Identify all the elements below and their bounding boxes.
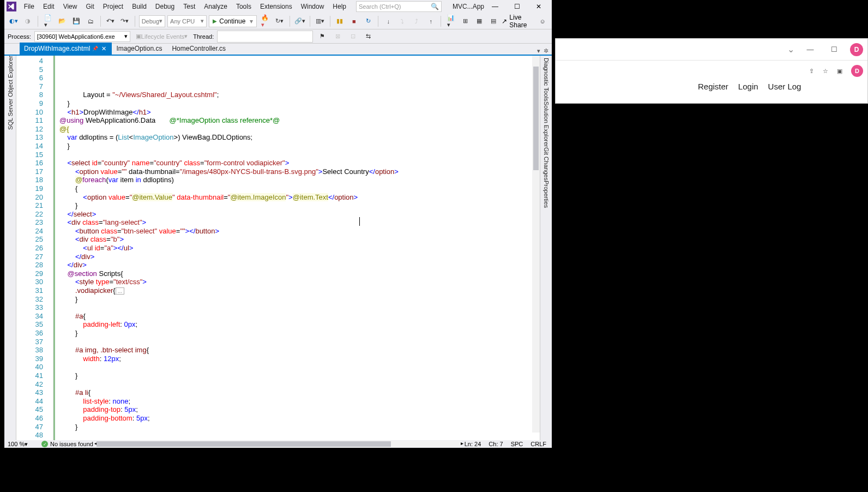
nav-link-user-log[interactable]: User Log (768, 82, 801, 91)
open-file-button[interactable]: 📂 (56, 15, 68, 27)
sql-explorer-tab[interactable]: SQL Server Object Explorer (7, 56, 14, 133)
code-line[interactable]: var ddloptins = (List<ImageOption>) View… (59, 133, 538, 142)
live-share-button[interactable]: ↗ Live Share (502, 14, 530, 29)
nav-forward-button[interactable]: ◑ (22, 15, 34, 27)
nav-back-button[interactable]: ◐▾ (8, 15, 20, 27)
code-line[interactable]: @section Scripts{ (59, 269, 538, 278)
code-line[interactable] (59, 151, 538, 159)
code-line[interactable]: } (59, 329, 538, 338)
code-editor[interactable]: 4567891011121314151617181920212223242526… (16, 56, 540, 440)
code-line[interactable]: #a{ (59, 312, 538, 321)
tab-homecontroller-cs[interactable]: HomeController.cs (167, 43, 231, 55)
menu-analyze[interactable]: Analyze (200, 1, 232, 12)
tab-dropwithimage-cshtml[interactable]: DropWithImage.cshtml📌✕ (20, 43, 112, 55)
layout-button-1[interactable]: ⊞ (459, 15, 471, 27)
thread-tool-2[interactable]: ⊡ (347, 31, 359, 43)
toggle-button-1[interactable]: ▥▾ (314, 15, 326, 27)
menu-extensions[interactable]: Extensions (256, 1, 297, 12)
code-line[interactable]: <style type="text/css"> (59, 278, 538, 286)
minimize-button[interactable]: — (484, 0, 506, 13)
tab-dropdown-button[interactable]: ▾ (537, 47, 540, 55)
code-line[interactable]: <div class="lang-select"> (59, 218, 538, 227)
step-out-button[interactable]: ⤴ (411, 15, 423, 27)
code-line[interactable]: <option value="@item.Value" data-thumbna… (59, 193, 538, 202)
menu-view[interactable]: View (59, 1, 82, 12)
menu-project[interactable]: Project (99, 1, 128, 12)
zoom-dropdown[interactable]: 100 % ▾ (4, 441, 36, 448)
code-line[interactable]: <option value="" data-thumbnail="/images… (59, 167, 538, 176)
feedback-button[interactable]: ☺ (537, 15, 548, 27)
code-line[interactable]: } (59, 371, 538, 380)
code-body[interactable]: Layout = "~/Views/Shared/_Layout.cshtml"… (53, 56, 540, 440)
stop-button[interactable]: ■ (348, 15, 360, 27)
code-line[interactable]: padding-left: 0px; (59, 320, 538, 329)
search-input[interactable]: Search (Ctrl+Q) 🔍 (356, 1, 442, 12)
code-line[interactable] (59, 338, 538, 346)
side-tab-properties[interactable]: Properties (543, 181, 550, 208)
code-line[interactable]: } (59, 201, 538, 210)
line-number-status[interactable]: Ln: 24 (465, 441, 481, 447)
code-line[interactable]: width: 12px; (59, 355, 538, 363)
share-icon[interactable]: ⇪ (809, 68, 814, 75)
menu-file[interactable]: File (20, 1, 39, 12)
thread-tool-1[interactable]: ⊠ (331, 31, 343, 43)
layout-button-2[interactable]: ▦ (473, 15, 485, 27)
layout-button-3[interactable]: ▤ (487, 15, 499, 27)
char-status[interactable]: Ch: 7 (489, 441, 503, 447)
nav-link-login[interactable]: Login (738, 82, 758, 91)
continue-button[interactable]: ▶Continue▾ (209, 15, 257, 27)
code-line[interactable]: .vodiapicker{... (59, 286, 538, 295)
profile-avatar[interactable]: D (851, 65, 863, 77)
redo-button[interactable]: ↷▾ (119, 15, 131, 27)
code-line[interactable]: list-style: none; (59, 397, 538, 406)
config-dropdown[interactable]: Debug▾ (139, 15, 165, 27)
panel-icon[interactable]: ▣ (837, 68, 842, 75)
avatar[interactable]: D (850, 43, 863, 56)
save-all-button[interactable]: 🗂 (85, 15, 97, 27)
tab-imageoption-cs[interactable]: ImageOption.cs (112, 43, 167, 55)
menu-window[interactable]: Window (297, 1, 329, 12)
code-line[interactable]: } (59, 295, 538, 304)
code-line[interactable]: <button class="btn-select" value=""></bu… (59, 227, 538, 236)
graph-button[interactable]: 📊▾ (445, 15, 457, 27)
flag-button[interactable]: ⚑ (316, 31, 328, 43)
close-icon[interactable]: ✕ (101, 45, 106, 52)
issues-status[interactable]: ✓ No issues found (41, 441, 93, 447)
process-dropdown[interactable]: [30960] WebApplication6.exe▾ (34, 31, 130, 42)
platform-dropdown[interactable]: Any CPU▾ (167, 15, 207, 27)
menu-test[interactable]: Test (179, 1, 200, 12)
code-line[interactable]: padding-top: 5px; (59, 405, 538, 414)
step-into-button[interactable]: ↓ (382, 15, 394, 27)
close-button[interactable]: ✕ (528, 0, 550, 13)
code-line[interactable]: </select> (59, 210, 538, 219)
code-line[interactable]: } (59, 423, 538, 431)
save-button[interactable]: 💾 (70, 15, 82, 27)
hscroll-thumb[interactable] (97, 441, 391, 447)
side-tab-git-changes[interactable]: Git Changes (543, 147, 550, 181)
restart-button[interactable]: ↻ (362, 15, 374, 27)
scroll-right-icon[interactable]: ▸ (461, 440, 463, 446)
menu-debug[interactable]: Debug (151, 1, 179, 12)
star-icon[interactable]: ☆ (823, 68, 828, 75)
browser-minimize-button[interactable]: — (802, 42, 818, 57)
code-line[interactable]: #a li{ (59, 388, 538, 397)
code-line[interactable]: <div class="b"> (59, 235, 538, 244)
code-line[interactable]: @{ (59, 125, 538, 134)
code-line[interactable] (59, 363, 538, 371)
code-line[interactable]: @foreach(var item in ddloptins) (59, 176, 538, 184)
side-tab-diagnostic-tools[interactable]: Diagnostic Tools (543, 58, 550, 101)
step-button[interactable]: ↑ (425, 15, 437, 27)
code-line[interactable]: <h1>DropWithImage</h1> (59, 108, 538, 117)
tab-settings-button[interactable]: ✲ (544, 47, 548, 55)
lifecycle-button[interactable]: ▣ Lifecycle Events ▾ (134, 31, 190, 43)
maximize-button[interactable]: ☐ (506, 0, 528, 13)
code-line[interactable]: </div> (59, 261, 538, 269)
code-line[interactable] (59, 303, 538, 312)
code-line[interactable]: #a img, .btn-select img{ (59, 346, 538, 355)
thread-tool-3[interactable]: ⇆ (362, 31, 374, 43)
code-line[interactable]: } (59, 142, 538, 151)
horizontal-scrollbar[interactable]: ◂ ▸ (97, 441, 461, 447)
code-line[interactable]: </div> (59, 253, 538, 261)
browser-link-button[interactable]: 🔗▾ (294, 15, 306, 27)
menu-build[interactable]: Build (128, 1, 151, 12)
